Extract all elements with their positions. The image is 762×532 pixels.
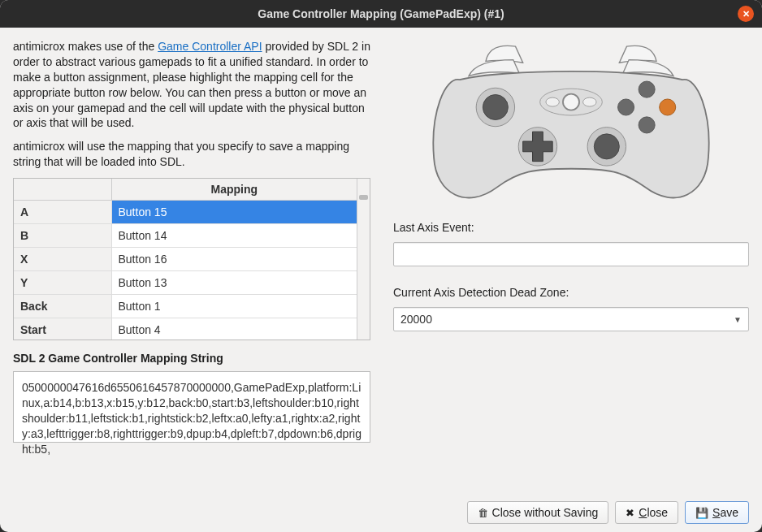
table-row: AButton 15 <box>14 201 357 224</box>
svg-point-9 <box>618 99 634 115</box>
trash-icon: 🗑 <box>478 507 488 519</box>
mapping-row-label: A <box>14 201 111 224</box>
titlebar: Game Controller Mapping (GamePadExp) (#1… <box>0 0 762 28</box>
table-row: YButton 13 <box>14 271 357 295</box>
table-row: StartButton 4 <box>14 318 357 340</box>
description-paragraph-1: antimicrox makes use of the Game Control… <box>13 39 370 131</box>
save-button[interactable]: 💾 Save <box>685 501 749 524</box>
mapping-header-mapping: Mapping <box>111 179 357 201</box>
svg-point-4 <box>583 97 596 106</box>
chevron-down-icon: ▼ <box>734 315 742 324</box>
mapping-table: Mapping AButton 15BButton 14XButton 16YB… <box>14 179 357 340</box>
mapping-row-label: Back <box>14 295 111 318</box>
mapping-row-value[interactable]: Button 15 <box>111 201 357 224</box>
button-bar: 🗑 Close without Saving ✖ Close 💾 Save <box>13 493 749 524</box>
description-paragraph-2: antimicrox will use the mapping that you… <box>13 139 370 170</box>
mapping-string-label: SDL 2 Game Controller Mapping String <box>13 352 370 365</box>
mapping-string-field[interactable]: 0500000047616d6550616457870000000,GamePa… <box>13 371 370 443</box>
mapping-row-value[interactable]: Button 13 <box>111 271 357 295</box>
svg-point-12 <box>594 134 619 159</box>
table-row: BButton 14 <box>14 224 357 248</box>
mapping-row-label: Y <box>14 271 111 295</box>
mapping-table-container: Mapping AButton 15BButton 14XButton 16YB… <box>13 178 370 340</box>
mapping-row-value[interactable]: Button 14 <box>111 224 357 248</box>
game-controller-api-link[interactable]: Game Controller API <box>158 40 262 53</box>
scrollbar-thumb[interactable] <box>359 195 368 200</box>
window-close-button[interactable]: ✕ <box>738 6 754 22</box>
mapping-header-blank <box>14 179 111 201</box>
window-title: Game Controller Mapping (GamePadExp) (#1… <box>258 7 504 20</box>
mapping-row-value[interactable]: Button 16 <box>111 248 357 271</box>
last-axis-label: Last Axis Event: <box>393 221 749 234</box>
svg-point-3 <box>546 97 559 106</box>
close-label: Close <box>639 506 668 519</box>
x-icon: ✖ <box>626 507 634 519</box>
last-axis-input[interactable] <box>393 242 749 266</box>
save-label: Save <box>712 506 738 519</box>
mapping-row-value[interactable]: Button 4 <box>111 318 357 340</box>
mapping-row-label: X <box>14 248 111 271</box>
close-icon: ✕ <box>743 9 750 19</box>
save-icon: 💾 <box>695 507 708 519</box>
mapping-row-value[interactable]: Button 1 <box>111 295 357 318</box>
deadzone-select[interactable]: 20000 ▼ <box>393 307 749 331</box>
svg-point-7 <box>660 99 676 115</box>
desc-text-1: antimicrox makes use of the <box>13 40 158 53</box>
deadzone-value: 20000 <box>400 313 432 326</box>
mapping-row-label: B <box>14 224 111 248</box>
close-without-saving-label: Close without Saving <box>492 506 599 519</box>
dialog-window: Game Controller Mapping (GamePadExp) (#1… <box>0 0 762 532</box>
dialog-content: antimicrox makes use of the Game Control… <box>0 28 762 532</box>
close-button[interactable]: ✖ Close <box>615 501 678 524</box>
table-row: XButton 16 <box>14 248 357 271</box>
svg-point-8 <box>639 117 655 133</box>
svg-point-6 <box>639 81 655 97</box>
gamepad-illustration <box>393 39 749 210</box>
mapping-scrollbar[interactable] <box>357 179 370 340</box>
mapping-row-label: Start <box>14 318 111 340</box>
svg-point-1 <box>483 94 508 119</box>
deadzone-label: Current Axis Detection Dead Zone: <box>393 286 749 299</box>
desc-text-2: provided by SDL 2 in order to abstract v… <box>13 40 370 129</box>
svg-point-5 <box>563 94 579 110</box>
close-without-saving-button[interactable]: 🗑 Close without Saving <box>467 501 609 524</box>
table-row: BackButton 1 <box>14 295 357 318</box>
